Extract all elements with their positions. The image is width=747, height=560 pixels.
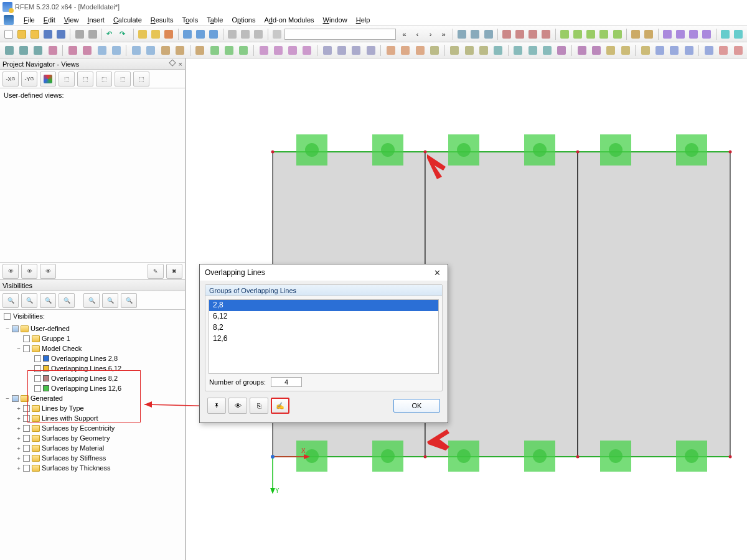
tb-cube3[interactable] bbox=[482, 28, 494, 40]
tb-m1[interactable] bbox=[501, 28, 513, 40]
tb2-23[interactable] bbox=[364, 44, 377, 57]
tb2-32[interactable] bbox=[512, 44, 525, 57]
tb2-11[interactable] bbox=[173, 44, 186, 57]
tree-ov-2[interactable]: Overlapping Lines 8,2 bbox=[51, 375, 118, 382]
tb2-9[interactable] bbox=[144, 44, 157, 57]
list-item-1[interactable]: 6,12 bbox=[209, 311, 438, 322]
tb2-7[interactable] bbox=[110, 44, 123, 57]
tb2-44[interactable] bbox=[702, 44, 715, 57]
tree-model-check[interactable]: Model Check bbox=[42, 345, 82, 352]
menu-window[interactable]: Window bbox=[323, 16, 347, 24]
tb2-16[interactable] bbox=[257, 44, 270, 57]
tb2-35[interactable] bbox=[555, 44, 568, 57]
tb2-26[interactable] bbox=[413, 44, 426, 57]
tree-gruppe[interactable]: Gruppe 1 bbox=[42, 335, 70, 342]
vt-6[interactable]: 🔍 bbox=[102, 293, 118, 308]
tb2-8[interactable] bbox=[129, 44, 143, 57]
tb-nav-p[interactable]: ‹ bbox=[411, 28, 423, 40]
tb-b[interactable] bbox=[150, 28, 162, 40]
vt-2[interactable]: 🔍 bbox=[21, 293, 37, 308]
tb2-21[interactable] bbox=[335, 44, 348, 57]
tb-d[interactable] bbox=[182, 28, 194, 40]
menu-view[interactable]: View bbox=[64, 16, 79, 24]
tb2-19[interactable] bbox=[301, 44, 314, 57]
visibilities-checkbox[interactable] bbox=[4, 313, 11, 320]
tb2-5[interactable] bbox=[81, 44, 94, 57]
tb-n2[interactable] bbox=[572, 28, 584, 40]
pin-icon[interactable] bbox=[169, 59, 176, 66]
tb-p2[interactable] bbox=[675, 28, 687, 40]
tb-n5[interactable] bbox=[611, 28, 623, 40]
tree-gen-5[interactable]: Surfaces by Stiffness bbox=[42, 454, 106, 462]
tb2-38[interactable] bbox=[604, 44, 618, 57]
tb2-31[interactable] bbox=[491, 44, 504, 57]
dialog-close-icon[interactable]: ✕ bbox=[431, 267, 443, 278]
tb-e[interactable] bbox=[195, 28, 207, 40]
tb2-46[interactable] bbox=[731, 44, 745, 57]
view-u5[interactable]: ⬚ bbox=[133, 72, 149, 86]
vc-e[interactable]: ✖ bbox=[166, 264, 182, 279]
menu-edit[interactable]: Edit bbox=[44, 16, 55, 24]
tb-f[interactable] bbox=[208, 28, 220, 40]
tb-q2[interactable] bbox=[733, 28, 745, 40]
tree-ov-3[interactable]: Overlapping Lines 12,6 bbox=[51, 385, 121, 392]
tb2-37[interactable] bbox=[590, 44, 603, 57]
vc-b[interactable]: 👁 bbox=[21, 264, 37, 279]
tb-n4[interactable] bbox=[598, 28, 610, 40]
tb-h[interactable] bbox=[240, 28, 251, 40]
tree-gen-2[interactable]: Surfaces by Eccentricity bbox=[42, 424, 115, 432]
vt-3[interactable]: 🔍 bbox=[40, 293, 56, 308]
tree-gen-1[interactable]: Lines with Support bbox=[42, 414, 98, 422]
tb-new[interactable] bbox=[2, 28, 14, 40]
tb2-29[interactable] bbox=[463, 44, 476, 57]
tb-m2[interactable] bbox=[514, 28, 526, 40]
view-zg[interactable] bbox=[40, 72, 56, 86]
tb2-43[interactable] bbox=[682, 44, 695, 57]
tb2-6[interactable] bbox=[95, 44, 108, 57]
tb2-10[interactable] bbox=[159, 44, 172, 57]
tb-c[interactable] bbox=[163, 28, 175, 40]
menu-options[interactable]: Options bbox=[232, 16, 255, 24]
tb2-13[interactable] bbox=[208, 44, 221, 57]
menu-calculate[interactable]: Calculate bbox=[113, 16, 142, 24]
dlg-btn-2[interactable]: 👁 bbox=[228, 398, 247, 414]
tb2-20[interactable] bbox=[321, 44, 334, 57]
tb-i[interactable] bbox=[253, 28, 265, 40]
tb2-2[interactable] bbox=[32, 44, 45, 57]
tb2-4[interactable] bbox=[66, 44, 79, 57]
tb2-41[interactable] bbox=[654, 44, 667, 57]
tb2-36[interactable] bbox=[575, 44, 588, 57]
tb-nav-n[interactable]: › bbox=[425, 28, 436, 40]
tb-j[interactable] bbox=[271, 28, 283, 40]
tb2-1[interactable] bbox=[17, 44, 30, 57]
vc-c[interactable]: 👁 bbox=[40, 264, 56, 279]
menu-table[interactable]: Table bbox=[207, 16, 223, 24]
view-u1[interactable]: ⬚ bbox=[59, 72, 75, 86]
view-u2[interactable]: ⬚ bbox=[77, 72, 93, 86]
tb2-28[interactable] bbox=[448, 44, 461, 57]
menu-help[interactable]: Help bbox=[356, 16, 370, 24]
tb-n3[interactable] bbox=[585, 28, 597, 40]
tb2-30[interactable] bbox=[477, 44, 490, 57]
tb-saveall[interactable] bbox=[55, 28, 67, 40]
dlg-btn-3[interactable]: ⎘ bbox=[250, 398, 268, 414]
tb-print[interactable] bbox=[73, 28, 85, 40]
tb2-0[interactable] bbox=[2, 44, 16, 57]
tb-m4[interactable] bbox=[540, 28, 552, 40]
tb-o1[interactable] bbox=[630, 28, 642, 40]
tb2-22[interactable] bbox=[350, 44, 363, 57]
tb2-15[interactable] bbox=[237, 44, 250, 57]
view-xg[interactable]: -XG bbox=[2, 72, 19, 86]
menu-results[interactable]: Results bbox=[151, 16, 174, 24]
tb-combo[interactable] bbox=[284, 29, 396, 40]
tree-generated[interactable]: Generated bbox=[31, 394, 63, 402]
tb-redo[interactable]: ↷ bbox=[118, 28, 130, 40]
tb-nav-r[interactable]: » bbox=[438, 28, 449, 40]
dlg-btn-create-visibility[interactable]: ✍ bbox=[271, 398, 289, 414]
menu-addon[interactable]: Add-on Modules bbox=[264, 16, 314, 24]
tb2-17[interactable] bbox=[271, 44, 284, 57]
dialog-listbox[interactable]: 2,8 6,12 8,2 12,6 bbox=[209, 299, 439, 374]
list-item-2[interactable]: 8,2 bbox=[209, 322, 438, 334]
tb2-40[interactable] bbox=[639, 44, 652, 57]
tb2-14[interactable] bbox=[222, 44, 235, 57]
